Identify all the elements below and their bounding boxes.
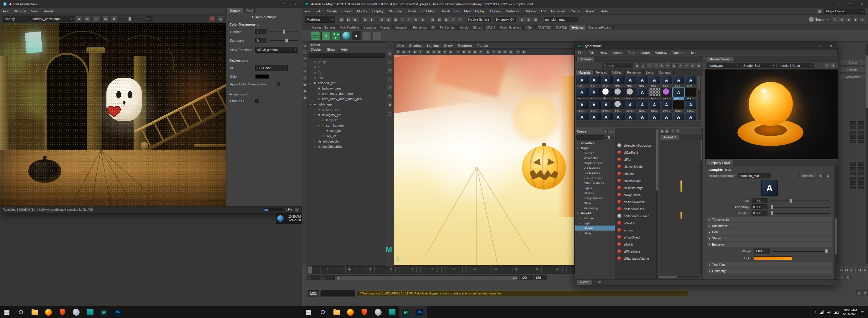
material-swatch-arch[interactable]: Aarch...: [660, 75, 673, 88]
attribute-value-field[interactable]: [751, 211, 768, 215]
expand-arrow-icon[interactable]: ▸: [580, 227, 583, 229]
maya-menu-select[interactable]: Select: [340, 9, 354, 13]
brush-tool-icon[interactable]: ✎: [387, 68, 393, 73]
select-hierarchy-icon[interactable]: ▤: [379, 16, 385, 23]
close-icon[interactable]: ×: [856, 0, 868, 8]
file-explorer-icon[interactable]: [330, 306, 343, 318]
ae-button-presets-[interactable]: Presets*: [840, 67, 866, 73]
create-tree-utility[interactable]: ▸Utility: [575, 231, 615, 236]
material-swatch-initi[interactable]: initi...: [612, 100, 624, 112]
edge-icon[interactable]: [371, 306, 385, 318]
channel-box-icon[interactable]: ●: [859, 16, 865, 23]
maya-menu-deform[interactable]: Deform: [522, 9, 538, 13]
bg-color-swatch[interactable]: [255, 74, 269, 79]
humanik-icon[interactable]: ◉: [839, 16, 845, 23]
material-swatch-partial[interactable]: A: [576, 112, 588, 120]
viewport-tool-icon[interactable]: ▣: [497, 49, 502, 54]
settings-gear-icon[interactable]: ✱: [111, 16, 117, 22]
playback-end-field[interactable]: [534, 275, 547, 280]
maya-menu-modify[interactable]: Modify: [354, 9, 370, 13]
anim-end-field[interactable]: [520, 275, 533, 280]
viewer-environment-dropdown[interactable]: Interior1 Color▾: [777, 63, 813, 68]
sign-in-button[interactable]: Sign In▾: [809, 17, 828, 22]
expand-arrow-icon[interactable]: ▾: [313, 114, 316, 116]
expand-arrow-icon[interactable]: ▾: [317, 124, 320, 127]
outliner-item-sun_lgt_geo[interactable]: ▾◇sun_lgt_geo: [308, 123, 385, 128]
shelf-tab-fx[interactable]: FX: [429, 25, 437, 30]
outliner-item-front[interactable]: ◉front: [308, 70, 385, 75]
photoshop-app-icon[interactable]: Ps: [111, 306, 125, 318]
emission-color-swatch[interactable]: [754, 256, 792, 260]
attribute-value-field[interactable]: [751, 204, 768, 209]
prev-tab-icon[interactable]: ◀: [659, 129, 664, 133]
menu-set-dropdown[interactable]: Modeling▾: [305, 16, 335, 23]
left-taskbar-clock-area[interactable]: 10:20 AM 6/21/2020: [276, 213, 302, 224]
hypershade-menu-create[interactable]: Create: [610, 51, 625, 55]
work-area-tab[interactable]: Untitled_2: [659, 135, 679, 140]
ae-field[interactable]: [858, 121, 864, 125]
material-swatch-arch[interactable]: Aarch...: [588, 88, 600, 100]
hypershade-menu-view[interactable]: View: [597, 51, 610, 55]
material-swatch-partial[interactable]: A: [600, 112, 612, 120]
pin-icon[interactable]: ▪: [603, 129, 608, 133]
hs-browser-tool-icon[interactable]: ▦: [634, 63, 640, 68]
hypershade-menu-window[interactable]: Window: [652, 51, 670, 55]
viewport-menu-show[interactable]: Show: [441, 44, 455, 47]
teal-app-icon[interactable]: [385, 306, 399, 318]
shelf-tab-fx-caching[interactable]: FX Caching: [437, 25, 458, 30]
node-aiMixShader[interactable]: aiMixShader: [615, 177, 658, 184]
ae-field[interactable]: [850, 167, 856, 171]
maya-menu-arnold[interactable]: Arnold: [583, 9, 598, 13]
ae-field[interactable]: [858, 177, 864, 180]
select-tool-icon[interactable]: ▲: [303, 43, 307, 48]
material-swatch-arch[interactable]: Aarch...: [624, 75, 636, 88]
node-aiToon[interactable]: aiToon: [615, 227, 658, 234]
create-tree-image-planes[interactable]: Image Planes: [575, 196, 615, 201]
attribute-slider[interactable]: [770, 211, 830, 215]
ae-field[interactable]: [850, 177, 856, 180]
outliner-item-top[interactable]: ◉top: [308, 65, 385, 70]
outliner-menu-display[interactable]: Display: [308, 48, 324, 51]
outliner-search-input[interactable]: [309, 53, 385, 58]
expand-arrow-icon[interactable]: ▸: [580, 232, 583, 234]
lasso-tool-icon[interactable]: ◌: [303, 50, 307, 54]
section-geometry[interactable]: ▸Geometry: [707, 268, 832, 274]
shelf-tab-characterrigging[interactable]: CharacterRigging: [586, 25, 614, 30]
ae-field[interactable]: [858, 163, 864, 166]
ae-field[interactable]: [858, 186, 864, 189]
select-deform-icon[interactable]: ■: [420, 16, 426, 23]
next-tab-icon[interactable]: ▶: [665, 129, 670, 133]
ae-field[interactable]: [858, 181, 864, 185]
close-tab-icon[interactable]: ×: [676, 129, 680, 133]
render-settings-icon[interactable]: ▦: [532, 16, 539, 23]
outliner-item-finished_grp[interactable]: ▾■finished_grp: [308, 80, 385, 86]
start-button[interactable]: [0, 306, 14, 318]
viewport-menu-renderer[interactable]: Renderer: [455, 44, 475, 47]
material-swatch-arg[interactable]: Aar_g...: [600, 75, 612, 88]
bottom-tab-bins[interactable]: Bins: [592, 280, 604, 285]
shelf-tab-curves-surfaces[interactable]: Curves / Surfaces: [310, 25, 338, 30]
node-aiMatte[interactable]: aiMatte: [615, 170, 658, 177]
expand-arrow-icon[interactable]: ▸: [580, 222, 583, 224]
category-tab-rendering[interactable]: Rendering: [624, 70, 643, 75]
expand-arrow-icon[interactable]: ▸: [580, 217, 583, 219]
arnold-swatch-tile[interactable]: A: [761, 180, 778, 196]
material-swatch-shad[interactable]: shad...: [673, 100, 685, 112]
material-swatch-ghos[interactable]: Aghos...: [600, 100, 612, 112]
emission-weight-field[interactable]: [754, 248, 770, 253]
create-tree-texture[interactable]: ▸Texture: [575, 215, 615, 220]
close-panel-icon[interactable]: ×: [609, 129, 613, 133]
create-tree-other-textures[interactable]: Other Textures: [575, 180, 615, 185]
gamma-field[interactable]: [255, 29, 267, 34]
hs-browser-tool-icon[interactable]: ▲: [684, 63, 689, 68]
scale-tool-icon[interactable]: □: [387, 93, 393, 99]
viewport-tool-icon[interactable]: ■: [516, 49, 521, 54]
snap-curve-icon[interactable]: ◧: [436, 16, 442, 23]
material-swatch-partial[interactable]: A: [612, 112, 624, 120]
outliner-item-lamp_lgt[interactable]: ☀lamp_lgt: [308, 117, 385, 123]
material-swatch-Sun[interactable]: ASun_...: [576, 75, 588, 88]
range-slider-bar[interactable]: 1 120: [336, 275, 519, 280]
ae-field[interactable]: [850, 135, 856, 139]
save-scene-icon[interactable]: ▦: [352, 16, 358, 23]
section-emission[interactable]: ▾Emission: [707, 242, 832, 247]
